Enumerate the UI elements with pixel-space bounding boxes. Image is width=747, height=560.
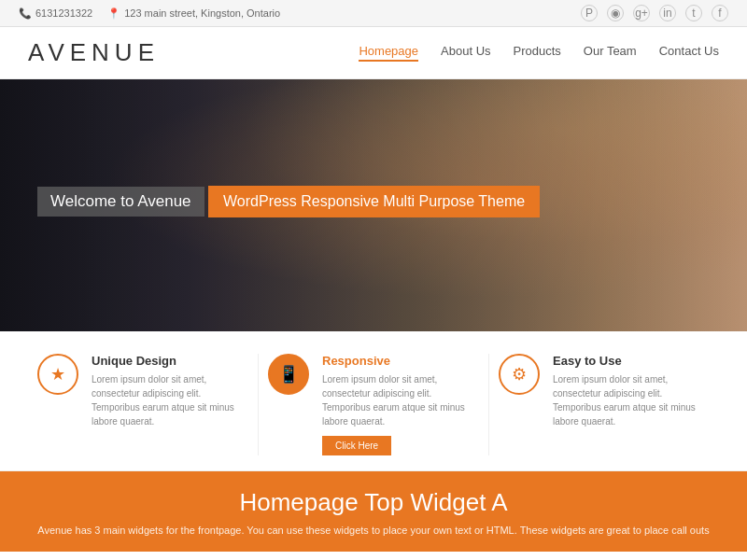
social-twitter[interactable]: t [685, 5, 702, 21]
widget-title: Homepage Top Widget A [28, 488, 719, 517]
nav-homepage[interactable]: Homepage [359, 44, 418, 62]
logo: AVENUE [28, 38, 160, 67]
address-text: 123 main street, Kingston, Ontario [124, 7, 280, 19]
social-facebook[interactable]: f [712, 5, 728, 21]
feature-responsive: 📱 Responsive Lorem ipsum dolor sit amet,… [258, 354, 488, 455]
mobile-icon: 📱 [268, 354, 309, 395]
feature-unique-title: Unique Design [92, 354, 248, 368]
phone-info: 📞 6131231322 [19, 7, 92, 20]
nav-team[interactable]: Our Team [584, 44, 637, 62]
phone-icon: 📞 [19, 7, 32, 20]
feature-responsive-text: Responsive Lorem ipsum dolor sit amet, c… [322, 354, 479, 455]
location-icon: 📍 [107, 7, 120, 20]
phone-number: 6131231322 [35, 7, 92, 19]
feature-responsive-desc: Lorem ipsum dolor sit amet, consectetur … [322, 372, 479, 428]
top-bar: 📞 6131231322 📍 123 main street, Kingston… [0, 0, 747, 27]
feature-easy-desc: Lorem ipsum dolor sit amet, consectetur … [553, 372, 710, 428]
feature-easy-title: Easy to Use [553, 354, 710, 368]
star-icon: ★ [37, 354, 78, 395]
feature-easy-to-use: ⚙ Easy to Use Lorem ipsum dolor sit amet… [488, 354, 719, 455]
feature-unique-design: ★ Unique Design Lorem ipsum dolor sit am… [28, 354, 258, 455]
hero-section: Welcome to Avenue WordPress Responsive M… [0, 79, 747, 331]
header: AVENUE Homepage About Us Products Our Te… [0, 27, 747, 79]
gear-icon: ⚙ [499, 354, 540, 395]
social-linkedin[interactable]: in [659, 5, 676, 21]
social-google[interactable]: g+ [633, 5, 650, 21]
hero-content: Welcome to Avenue WordPress Responsive M… [0, 158, 577, 254]
nav-contact[interactable]: Contact Us [659, 44, 719, 62]
hero-tagline: WordPress Responsive Multi Purpose Theme [208, 186, 540, 217]
address-info: 📍 123 main street, Kingston, Ontario [107, 7, 280, 20]
top-bar-contact: 📞 6131231322 📍 123 main street, Kingston… [19, 7, 280, 20]
main-nav: Homepage About Us Products Our Team Cont… [359, 44, 719, 62]
social-pinterest[interactable]: P [581, 5, 598, 21]
social-links: P ◉ g+ in t f [581, 5, 728, 21]
hero-welcome-text: Welcome to Avenue [37, 187, 204, 217]
logo-text: AVENUE [28, 38, 160, 66]
feature-easy-text: Easy to Use Lorem ipsum dolor sit amet, … [553, 354, 710, 428]
feature-unique-desc: Lorem ipsum dolor sit amet, consectetur … [92, 372, 248, 428]
nav-about[interactable]: About Us [441, 44, 490, 62]
nav-products[interactable]: Products [514, 44, 561, 62]
feature-responsive-title: Responsive [322, 354, 479, 368]
widget-description: Avenue has 3 main widgets for the frontp… [28, 523, 719, 539]
social-youtube[interactable]: ◉ [607, 5, 624, 21]
homepage-widget: Homepage Top Widget A Avenue has 3 main … [0, 471, 747, 552]
features-section: ★ Unique Design Lorem ipsum dolor sit am… [0, 331, 747, 471]
feature-unique-text: Unique Design Lorem ipsum dolor sit amet… [92, 354, 248, 428]
click-here-button[interactable]: Click Here [322, 436, 391, 455]
